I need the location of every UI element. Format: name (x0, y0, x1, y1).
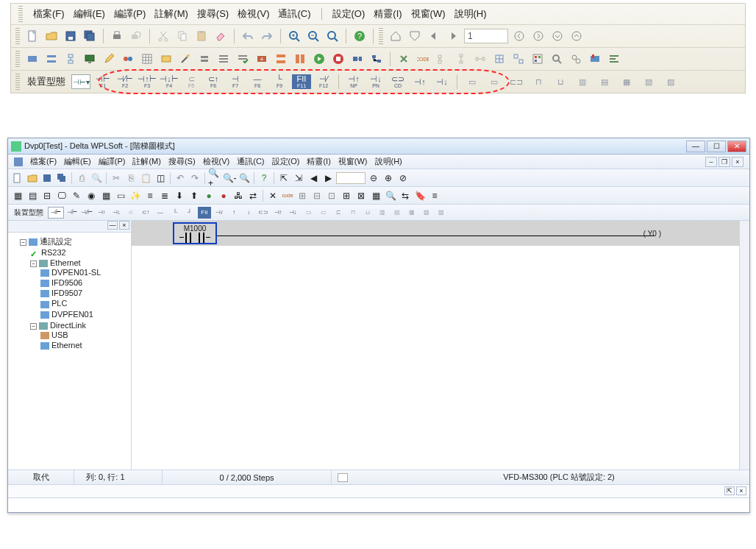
erase-icon[interactable] (213, 28, 229, 44)
vertical-scrollbar[interactable] (739, 221, 749, 470)
tree-ethernet[interactable]: −Ethernet DVPEN01-SL IFD9506 IFD9507 PLC… (30, 258, 129, 320)
collapse-icon[interactable]: − (30, 261, 37, 267)
l-nav-down-icon[interactable]: ⊘ (396, 171, 410, 185)
l-open-icon[interactable] (26, 171, 39, 185)
fkey-f4[interactable]: ⊣↓⊢F4 (160, 74, 179, 89)
l-fk-f12[interactable]: ⊣/ (213, 207, 226, 219)
paste-icon[interactable] (193, 28, 210, 44)
l-fk-f5[interactable]: ⊂ (124, 207, 138, 219)
l-prev-icon[interactable]: ◀ (307, 171, 320, 185)
l-fk-cd[interactable]: ⊂⊃ (257, 207, 270, 219)
structure-5-icon[interactable] (510, 51, 527, 67)
l-menu-help[interactable]: 說明(H) (375, 156, 402, 167)
help-icon[interactable]: ? (352, 28, 368, 44)
structure-2-icon[interactable] (453, 51, 469, 67)
l-fk-pn[interactable]: ↓ (242, 207, 255, 219)
l-fk-f4[interactable]: ⊣↓ (110, 207, 123, 219)
l-menu-edit[interactable]: 編輯(E) (64, 156, 91, 167)
l-undo-icon[interactable]: ↶ (174, 171, 187, 185)
structure-3-icon[interactable] (472, 51, 488, 67)
l2-pal-icon[interactable]: ▦ (369, 189, 382, 202)
code-icon[interactable]: CODE (415, 51, 431, 67)
output-pin-button[interactable]: ⇱ (724, 486, 735, 495)
l-erase-icon[interactable]: ◫ (154, 171, 167, 185)
find-icon[interactable] (549, 51, 565, 67)
menu-wizard[interactable]: 精靈(I) (374, 7, 402, 21)
l-zoomin-icon[interactable]: 🔍+ (208, 171, 221, 185)
menu-search[interactable]: 搜尋(S) (197, 7, 229, 21)
close-button[interactable]: ✕ (727, 141, 746, 152)
nav-down-icon[interactable] (549, 28, 566, 44)
upload-icon[interactable] (273, 51, 289, 67)
l-home-icon[interactable]: ⇱ (277, 171, 290, 185)
print-preview-icon[interactable] (128, 28, 144, 44)
l2-align-icon[interactable]: ≡ (428, 189, 441, 202)
l-redo-icon[interactable]: ↷ (188, 171, 202, 185)
table-icon[interactable] (139, 51, 155, 67)
end-icon[interactable] (407, 28, 423, 44)
fkey-pn[interactable]: ⊣↓PN (366, 74, 385, 89)
wand-icon[interactable] (177, 51, 193, 67)
l2-run-icon[interactable]: ● (202, 189, 215, 202)
cut-icon[interactable] (155, 28, 171, 44)
fkey-f8[interactable]: —F8 (248, 74, 267, 89)
l-next-icon[interactable]: ▶ (321, 171, 335, 185)
home-icon[interactable] (388, 28, 404, 44)
online-icon[interactable] (349, 51, 365, 67)
l-menu-comment[interactable]: 註解(M) (132, 156, 161, 167)
step-number-input[interactable] (464, 29, 508, 43)
l-menu-window[interactable]: 視窗(W) (338, 156, 368, 167)
l-paste-icon[interactable]: 📋 (139, 171, 152, 185)
l2-edit-icon[interactable]: ✎ (70, 189, 83, 202)
fkey-extra1[interactable]: ⊣↑ (410, 74, 429, 89)
l2-sim-icon[interactable]: ◉ (85, 189, 98, 202)
find-replace-icon[interactable] (568, 51, 584, 67)
l-fk-f7[interactable]: — (154, 207, 167, 219)
l2-s1-icon[interactable]: ⊞ (296, 189, 309, 202)
align-icon[interactable] (606, 51, 622, 67)
l-step-input[interactable] (336, 172, 365, 184)
monitor-icon[interactable] (82, 51, 98, 67)
fkey-f3[interactable]: ⊣↑⊢F3 (138, 74, 157, 89)
ladder-contact[interactable]: M1000 (173, 222, 217, 244)
l-fk-e2[interactable]: ⊣↓ (286, 207, 299, 219)
l-fk-f6[interactable]: ⊂↑ (139, 207, 152, 219)
l2-ul-icon[interactable]: ⬆ (188, 189, 201, 202)
l2-monitor-icon[interactable]: 🖵 (55, 189, 68, 202)
mdi-minimize-button[interactable]: – (705, 157, 717, 167)
step-prev-icon[interactable] (426, 28, 442, 44)
l-menu-comm[interactable]: 通訊(C) (237, 156, 264, 167)
ladder-output[interactable]: ( Y0 ) (643, 230, 661, 238)
device-type-dropdown[interactable]: ⊣⊢▾ (71, 74, 90, 89)
compile-icon[interactable] (196, 51, 213, 67)
comm-setup-icon[interactable] (396, 51, 412, 67)
l-fk-f9[interactable]: ┘ (183, 207, 196, 219)
tree-eth-0[interactable]: DVPEN01-SL (40, 267, 129, 277)
open-file-icon[interactable] (43, 28, 60, 44)
l-help-icon[interactable]: ? (257, 171, 271, 185)
zoom-in-icon[interactable] (286, 28, 302, 44)
instruction-view-icon[interactable] (43, 51, 60, 67)
l-cut-icon[interactable]: ✂ (110, 171, 123, 185)
l-preview-icon[interactable]: 🔍 (90, 171, 103, 185)
memory-icon[interactable] (158, 51, 174, 67)
tree-dl-usb[interactable]: USB (40, 330, 129, 340)
run-icon[interactable] (311, 51, 327, 67)
l-new-icon[interactable] (11, 171, 24, 185)
l2-cmp-icon[interactable]: ≡ (143, 189, 157, 202)
fkey-np[interactable]: ⊣↑NP (344, 74, 363, 89)
l-device-type-dropdown[interactable]: ⊣⊢ (48, 207, 64, 219)
l2-stop-icon[interactable]: ● (217, 189, 230, 202)
fkey-f6[interactable]: ⊂↑F6 (204, 74, 223, 89)
tree-eth-1[interactable]: IFD9506 (40, 277, 129, 288)
menu-help[interactable]: 說明(H) (454, 7, 487, 21)
l2-dl-icon[interactable]: ⬇ (173, 189, 186, 202)
l-menu-file[interactable]: 檔案(F) (30, 156, 57, 167)
l2-table-icon[interactable]: ▦ (99, 189, 113, 202)
l-copy-icon[interactable]: ⎘ (124, 171, 138, 185)
l-fk-f8[interactable]: └ (168, 207, 182, 219)
fkey-f7[interactable]: ⊣ F7 (226, 74, 245, 89)
l2-cmp2-icon[interactable]: ≣ (158, 189, 171, 202)
structure-4-icon[interactable] (491, 51, 507, 67)
l2-online-icon[interactable]: 🖧 (232, 189, 245, 202)
